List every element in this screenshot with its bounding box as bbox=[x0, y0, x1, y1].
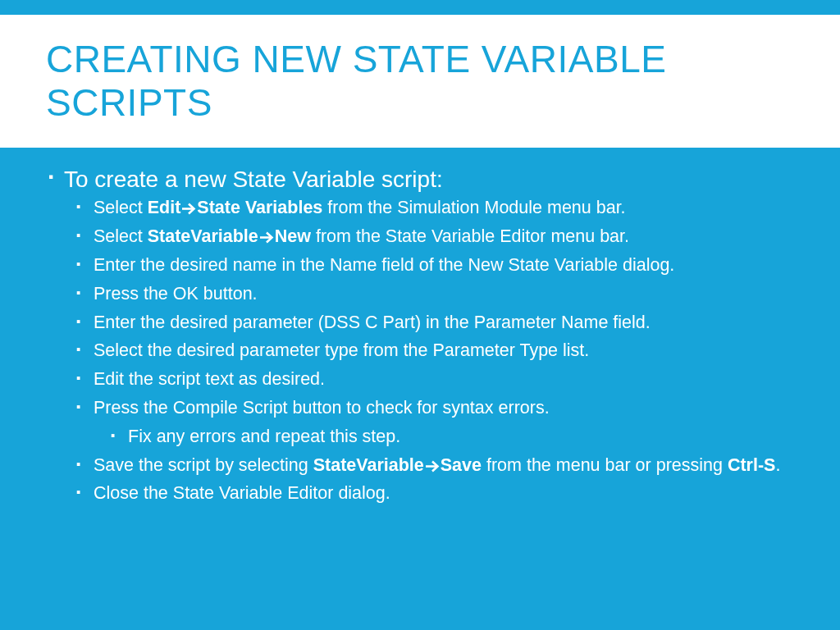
top-accent-band bbox=[0, 0, 840, 15]
step-item: Press the Compile Script button to check… bbox=[94, 398, 794, 419]
arrow-right-icon bbox=[181, 198, 196, 219]
title-area: CREATING NEW STATE VARIABLE SCRIPTS bbox=[0, 15, 840, 148]
content-area: To create a new State Variable script: S… bbox=[0, 148, 840, 504]
step-item: Enter the desired name in the Name field… bbox=[94, 255, 794, 276]
step-item: Edit the script text as desired. bbox=[94, 369, 794, 390]
substep-item: Fix any errors and repeat this step. bbox=[128, 427, 794, 448]
step-item: Enter the desired parameter (DSS C Part)… bbox=[94, 313, 794, 334]
step-item: Select EditState Variables from the Simu… bbox=[94, 198, 794, 219]
steps-list: Select EditState Variables from the Simu… bbox=[64, 198, 794, 504]
arrow-right-icon bbox=[425, 455, 440, 477]
intro-text: To create a new State Variable script: bbox=[64, 166, 794, 194]
step-item: Select StateVariableNew from the State V… bbox=[94, 226, 794, 248]
arrow-right-icon bbox=[259, 226, 274, 248]
slide-title: CREATING NEW STATE VARIABLE SCRIPTS bbox=[46, 38, 794, 125]
step-item: Select the desired parameter type from t… bbox=[94, 340, 794, 362]
step-item: Press the OK button. bbox=[94, 284, 794, 305]
step-item: Save the script by selecting StateVariab… bbox=[94, 455, 794, 477]
step-item: Close the State Variable Editor dialog. bbox=[94, 483, 794, 504]
